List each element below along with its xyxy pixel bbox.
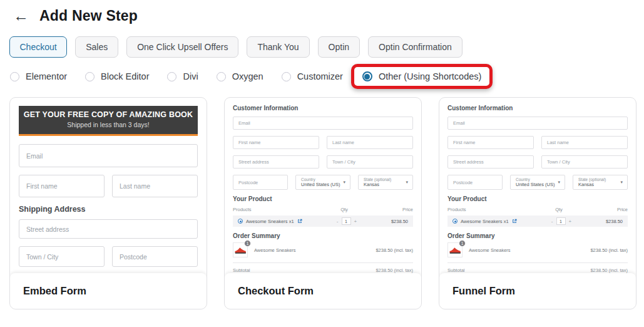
- product-table-header: Products Qty Price: [233, 207, 413, 212]
- builder-option-customizer[interactable]: Customizer: [282, 71, 343, 81]
- builder-label: Other (Using Shortcodes): [379, 71, 481, 81]
- caret-down-icon: ▾: [620, 180, 623, 185]
- tab-optin-confirmation[interactable]: Optin Confirmation: [368, 36, 463, 58]
- preview-town-field: Town / City: [541, 155, 628, 169]
- radio-unselected-icon[interactable]: [10, 72, 19, 81]
- preview-banner-heading: GET YOUR FREE COPY OF AMAZING BOOK: [23, 110, 194, 119]
- preview-last-name-field: Last name: [541, 136, 628, 149]
- page-header: ← Add New Step: [0, 0, 644, 24]
- summary-item-name: Awesome Sneakers: [469, 247, 511, 253]
- product-price: $238.50: [366, 219, 408, 224]
- card-footer[interactable]: Checkout Form: [225, 273, 421, 309]
- radio-unselected-icon[interactable]: [85, 72, 95, 81]
- preview-country-label: Country: [301, 177, 345, 182]
- builder-label: Customizer: [297, 71, 343, 81]
- product-radio-selected-icon: [452, 219, 457, 224]
- product-name: Awesome Sneakers x1: [461, 219, 509, 224]
- preview-country-value: United States (US): [301, 182, 345, 187]
- preview-country-value: United States (US): [516, 182, 560, 187]
- preview-state-value: Kansas: [364, 182, 407, 187]
- product-radio-selected-icon: [238, 219, 243, 224]
- builder-option-divi[interactable]: Divi: [167, 71, 198, 81]
- radio-unselected-icon[interactable]: [217, 72, 226, 81]
- subtotal-row: Subtotal $238.50 (incl. tax): [233, 267, 413, 273]
- col-products: Products: [447, 207, 537, 212]
- radio-unselected-icon[interactable]: [282, 72, 291, 81]
- builder-option-elementor[interactable]: Elementor: [10, 71, 67, 81]
- preview-state-label: State (optional): [578, 177, 622, 182]
- product-name: Awesome Sneakers x1: [246, 219, 294, 224]
- radio-unselected-icon[interactable]: [167, 72, 176, 81]
- quantity-stepper: - 1 +: [542, 217, 581, 225]
- caret-down-icon: ▾: [406, 180, 408, 185]
- card-footer[interactable]: Embed Form: [10, 273, 207, 309]
- preview-street-field: Street address: [233, 155, 319, 169]
- preview-country-select: Country United States (US) ▾: [295, 175, 350, 190]
- card-title: Funnel Form: [452, 285, 515, 297]
- preview-order-summary-heading: Order Summary: [233, 232, 413, 239]
- preview-email-field: Email: [447, 117, 628, 130]
- builder-option-block-editor[interactable]: Block Editor: [85, 71, 149, 81]
- col-price: Price: [366, 207, 413, 212]
- caret-down-icon: ▾: [558, 180, 560, 185]
- template-card-checkout-form[interactable]: Customer Information Email First name La…: [224, 97, 422, 309]
- step-type-tabs: Checkout Sales One Click Upsell Offers T…: [9, 36, 644, 58]
- preview-last-name-field: Last name: [112, 175, 198, 197]
- red-highlight-annotation: Other (Using Shortcodes): [351, 64, 493, 89]
- preview-state-select: State (optional) Kansas ▾: [358, 175, 413, 190]
- page-title: Add New Step: [39, 8, 138, 24]
- qty-minus: -: [551, 219, 553, 224]
- funnel-form-preview: Customer Information Email First name La…: [439, 98, 636, 276]
- product-table-header: Products Qty Price: [447, 207, 628, 212]
- preview-state-select: State (optional) Kansas ▾: [573, 175, 628, 190]
- preview-street-field: Street address: [447, 155, 534, 169]
- preview-banner: GET YOUR FREE COPY OF AMAZING BOOK Shipp…: [19, 106, 198, 136]
- card-footer[interactable]: Funnel Form: [439, 273, 636, 309]
- col-price: Price: [581, 207, 628, 212]
- preview-your-product-heading: Your Product: [447, 195, 628, 202]
- external-link-icon: [512, 219, 517, 224]
- preview-order-summary-heading: Order Summary: [447, 232, 628, 239]
- product-row: Awesome Sneakers x1 - 1 + $238.50: [233, 215, 413, 227]
- quantity-badge: 1: [459, 240, 466, 247]
- builder-option-oxygen[interactable]: Oxygen: [217, 71, 263, 81]
- tab-checkout[interactable]: Checkout: [9, 36, 67, 58]
- quantity-stepper: - 1 +: [327, 217, 366, 225]
- product-row: Awesome Sneakers x1 - 1 + $238.50: [447, 215, 628, 227]
- tab-sales[interactable]: Sales: [75, 36, 118, 58]
- card-title: Checkout Form: [238, 285, 314, 297]
- builder-radio-group: Elementor Block Editor Divi Oxygen Custo…: [10, 64, 644, 89]
- subtotal-row: Subtotal $238.50 (incl. tax): [447, 267, 628, 273]
- summary-item-price: $238.50 (incl. tax): [590, 247, 628, 253]
- preview-first-name-field: First name: [233, 136, 319, 149]
- preview-town-field: Town / City: [19, 246, 105, 267]
- col-products: Products: [233, 207, 322, 212]
- preview-email-field: Email: [19, 144, 198, 167]
- tab-one-click-upsell-offers[interactable]: One Click Upsell Offers: [126, 36, 238, 58]
- card-title: Embed Form: [23, 285, 86, 297]
- preview-postcode-field: Postcode: [233, 175, 288, 190]
- product-price: $238.50: [581, 219, 623, 224]
- quantity-badge: 1: [244, 240, 251, 247]
- tab-thank-you[interactable]: Thank You: [247, 36, 309, 58]
- preview-street-field: Street address: [19, 219, 198, 239]
- back-arrow-icon[interactable]: ←: [13, 8, 29, 24]
- embed-form-preview: GET YOUR FREE COPY OF AMAZING BOOK Shipp…: [10, 98, 207, 276]
- summary-item-name: Awesome Sneakers: [254, 247, 296, 253]
- preview-postcode-field: Postcode: [447, 175, 503, 190]
- template-card-list: GET YOUR FREE COPY OF AMAZING BOOK Shipp…: [9, 97, 644, 309]
- builder-option-other-shortcodes[interactable]: Other (Using Shortcodes): [362, 71, 481, 81]
- preview-town-field: Town / City: [327, 155, 413, 169]
- preview-state-label: State (optional): [364, 177, 407, 182]
- template-card-funnel-form[interactable]: Customer Information Email First name La…: [439, 97, 636, 309]
- radio-selected-icon[interactable]: [362, 71, 372, 81]
- subtotal-label: Subtotal: [447, 267, 465, 273]
- col-qty: Qty: [322, 207, 366, 212]
- preview-last-name-field: Last name: [327, 136, 413, 149]
- summary-item-row: 1 Awesome Sneakers $238.50 (incl. tax): [233, 242, 413, 257]
- qty-value: 1: [556, 217, 566, 225]
- summary-item-price: $238.50 (incl. tax): [376, 247, 413, 253]
- template-card-embed-form[interactable]: GET YOUR FREE COPY OF AMAZING BOOK Shipp…: [9, 97, 207, 309]
- preview-banner-subheading: Shipped in less than 3 days!: [23, 121, 194, 128]
- tab-optin[interactable]: Optin: [318, 36, 360, 58]
